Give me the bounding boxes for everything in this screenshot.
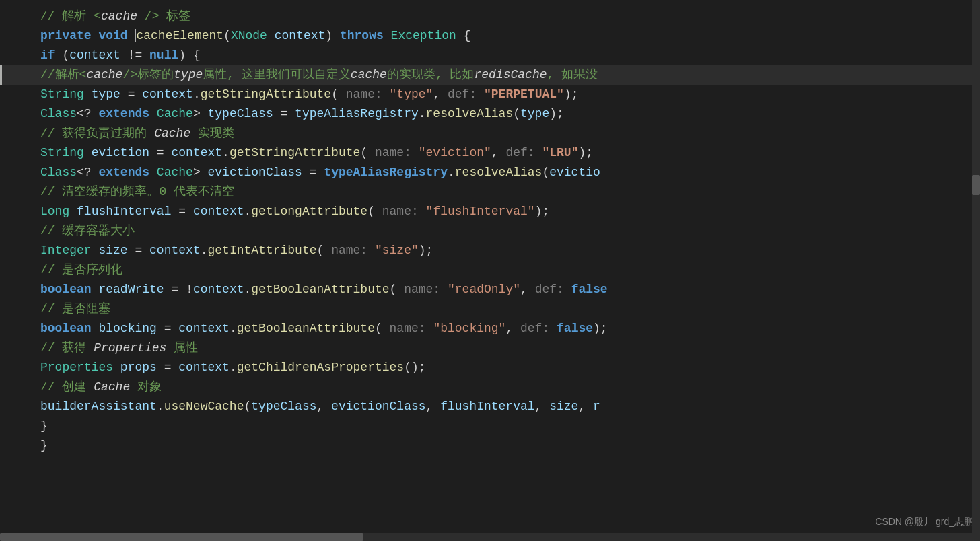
comment-size: // 缓存容器大小 <box>40 224 135 238</box>
string-flush: "flushInterval" <box>426 205 535 218</box>
code-line-5: String type = context.getStringAttribute… <box>0 85 980 104</box>
line-content-14: // 是否序列化 <box>0 261 980 279</box>
var-context2: context <box>142 87 193 101</box>
param-typeclass: typeClass <box>251 400 316 413</box>
type-cache: Cache <box>157 107 193 120</box>
param-evictionclass: evictionClass <box>331 400 425 413</box>
code-line-18: // 获得 Properties 属性 <box>0 338 980 358</box>
label-def: def: <box>448 87 477 101</box>
line-content-10: // 清空缓存的频率。0 代表不清空 <box>0 183 980 201</box>
var-context7: context <box>178 322 230 335</box>
scrollbar-bottom[interactable] <box>0 533 980 541</box>
param-flush: flushInterval <box>440 400 534 413</box>
var-context3: context <box>171 146 222 159</box>
scrollbar-right-thumb[interactable] <box>972 175 980 195</box>
param-r: r <box>593 400 600 413</box>
var-context8: context <box>178 361 230 374</box>
comment-block: // 是否阻塞 <box>40 302 110 316</box>
line-content-12: // 缓存容器大小 <box>0 222 980 240</box>
label-def3: def: <box>535 283 564 296</box>
line-content-7: // 获得负责过期的 Cache 实现类 <box>0 124 980 143</box>
comment-serial: // 是否序列化 <box>40 263 123 277</box>
kw-throws: throws <box>340 29 384 42</box>
code-line-3: if (context != null) { <box>0 46 980 65</box>
code-line-10: // 清空缓存的频率。0 代表不清空 <box>0 182 980 202</box>
string-readonly: "readOnly" <box>448 283 520 296</box>
scrollbar-thumb[interactable] <box>0 533 363 541</box>
code-line-19: Properties props = context.getChildrenAs… <box>0 358 980 377</box>
code-line-20: // 创建 Cache 对象 <box>0 377 980 397</box>
type-class2: Class <box>40 166 77 179</box>
line-content-8: String eviction = context.getStringAttri… <box>0 144 980 162</box>
code-line-21: builderAssistant.useNewCache(typeClass, … <box>0 397 980 417</box>
line-content-1: // 解析 <cache /> 标签 <box>0 7 980 26</box>
var-evictionclass: evictionClass <box>207 166 302 179</box>
method-cache-element: cacheElement <box>136 29 223 42</box>
kw-extends: extends <box>98 107 149 120</box>
type-integer: Integer <box>40 244 92 257</box>
method-get-bool-attr: getBooleanAttribute <box>251 283 389 296</box>
line-indicator <box>0 65 2 85</box>
type-properties: Properties <box>40 361 113 374</box>
type-class: Class <box>40 107 77 120</box>
label-name2: name: <box>375 146 411 159</box>
line-content-4: //解析<cache/>标签的type属性, 这里我们可以自定义cache的实现… <box>0 66 980 84</box>
line-content-17: boolean blocking = context.getBooleanAtt… <box>0 320 980 338</box>
line-content-6: Class<? extends Cache> typeClass = typeA… <box>0 105 980 123</box>
code-line-12: // 缓存容器大小 <box>0 221 980 241</box>
var-eviction2: evictio <box>549 166 600 179</box>
code-line-8: String eviction = context.getStringAttri… <box>0 143 980 163</box>
method-get-bool-attr2: getBooleanAttribute <box>237 322 375 335</box>
var-context5: context <box>149 244 201 257</box>
type-long: Long <box>40 205 69 218</box>
kw-extends2: extends <box>98 166 149 179</box>
line-content-22: } <box>0 417 980 435</box>
line-content-23: } <box>0 437 980 455</box>
var-registry: typeAliasRegistry <box>295 107 419 120</box>
comment-cache-obj: // 创建 Cache 对象 <box>40 380 162 394</box>
type-cache2: Cache <box>157 166 193 179</box>
string-lru: "LRU" <box>542 146 578 159</box>
label-def2: def: <box>505 146 534 159</box>
kw-typealiasregistry2: typeAliasRegistry <box>324 166 448 179</box>
param-size: size <box>549 400 578 413</box>
scrollbar-right[interactable] <box>972 0 980 541</box>
comment-flush: // 清空缓存的频率。0 代表不清空 <box>40 185 234 199</box>
method-get-string-attr: getStringAttribute <box>201 87 331 101</box>
code-line-11: Long flushInterval = context.getLongAttr… <box>0 202 980 221</box>
label-def4: def: <box>520 322 549 335</box>
code-container: // 解析 <cache /> 标签 private void cacheEle… <box>0 0 980 541</box>
string-perpetual: "PERPETUAL" <box>484 87 564 101</box>
method-get-int-attr: getIntAttribute <box>208 244 317 257</box>
var-size: size <box>98 244 127 257</box>
code-line-2: private void cacheElement(XNode context)… <box>0 26 980 46</box>
kw-if: if <box>40 48 55 62</box>
method-use-new-cache: useNewCache <box>164 400 244 413</box>
method-get-string-attr2: getStringAttribute <box>230 146 360 159</box>
code-line-13: Integer size = context.getIntAttribute( … <box>0 241 980 260</box>
line-content-21: builderAssistant.useNewCache(typeClass, … <box>0 398 980 416</box>
type-string2: String <box>40 146 84 159</box>
code-line-4: //解析<cache/>标签的type属性, 这里我们可以自定义cache的实现… <box>0 65 980 85</box>
var-builder: builderAssistant <box>40 400 157 413</box>
param-context: context <box>275 29 326 42</box>
var-blocking: blocking <box>98 322 156 335</box>
var-context6: context <box>193 283 244 296</box>
label-name6: name: <box>390 322 426 335</box>
kw-null: null <box>149 48 178 62</box>
label-name4: name: <box>331 244 368 257</box>
var-context: context <box>69 48 120 62</box>
code-line-15: boolean readWrite = !context.getBooleanA… <box>0 280 980 299</box>
var-typeclass: typeClass <box>207 107 273 120</box>
comment-cache-tag: // 解析 <cache /> 标签 <box>40 9 190 23</box>
type-exception: Exception <box>391 29 456 42</box>
comment-props: // 获得 Properties 属性 <box>40 341 198 355</box>
kw-false2: false <box>557 322 593 335</box>
label-name3: name: <box>382 205 419 218</box>
line-content-5: String type = context.getStringAttribute… <box>0 85 980 104</box>
code-line-23: } <box>0 436 980 456</box>
var-props: props <box>120 361 157 374</box>
code-line-22: } <box>0 417 980 436</box>
kw-private: private <box>40 29 92 42</box>
line-content-9: Class<? extends Cache> evictionClass = t… <box>0 164 980 182</box>
